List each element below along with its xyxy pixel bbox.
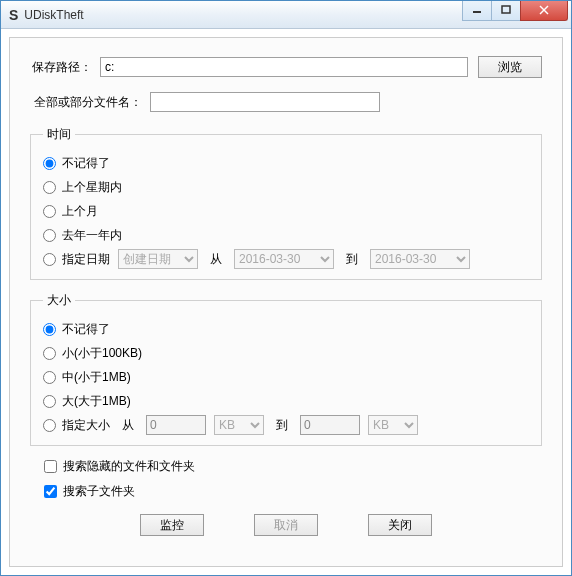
search-sub-label: 搜索子文件夹	[63, 483, 135, 500]
time-radio-lastyear[interactable]: 去年一年内	[43, 223, 529, 247]
size-radio-specify[interactable]: 指定大小 从 KB 到 KB	[43, 413, 529, 437]
time-to-label: 到	[346, 251, 358, 268]
time-radio-dontremember-input[interactable]	[43, 157, 56, 170]
time-radio-lastweek-label: 上个星期内	[62, 179, 122, 196]
cancel-button[interactable]: 取消	[254, 514, 318, 536]
save-path-label: 保存路径：	[30, 59, 100, 76]
browse-button[interactable]: 浏览	[478, 56, 542, 78]
time-radio-lastmonth-input[interactable]	[43, 205, 56, 218]
time-radio-specify-input[interactable]	[43, 253, 56, 266]
filename-label: 全部或部分文件名：	[30, 94, 150, 111]
date-type-select[interactable]: 创建日期	[118, 249, 198, 269]
titlebar: S UDiskTheft	[1, 1, 571, 29]
size-radio-large-label: 大(大于1MB)	[62, 393, 131, 410]
monitor-button[interactable]: 监控	[140, 514, 204, 536]
size-radio-small-input[interactable]	[43, 347, 56, 360]
window-controls	[463, 1, 568, 21]
action-row: 监控 取消 关闭	[30, 514, 542, 536]
size-radio-specify-input[interactable]	[43, 419, 56, 432]
save-path-row: 保存路径： 浏览	[30, 56, 542, 78]
time-from-label: 从	[210, 251, 222, 268]
time-radio-dontremember-label: 不记得了	[62, 155, 110, 172]
close-button[interactable]	[520, 1, 568, 21]
time-radio-lastmonth[interactable]: 上个月	[43, 199, 529, 223]
size-to-input[interactable]	[300, 415, 360, 435]
size-radio-small[interactable]: 小(小于100KB)	[43, 341, 529, 365]
app-window: S UDiskTheft 保存路径： 浏览 全部或部分文件名： 时间 不记得了	[0, 0, 572, 576]
date-to-select[interactable]: 2016-03-30	[370, 249, 470, 269]
time-radio-lastyear-label: 去年一年内	[62, 227, 122, 244]
size-radio-medium[interactable]: 中(小于1MB)	[43, 365, 529, 389]
size-radio-large-input[interactable]	[43, 395, 56, 408]
minimize-button[interactable]	[462, 1, 492, 21]
time-legend: 时间	[43, 126, 75, 143]
size-to-unit[interactable]: KB	[368, 415, 418, 435]
time-radio-lastweek[interactable]: 上个星期内	[43, 175, 529, 199]
time-radio-specify-label: 指定日期	[62, 251, 110, 268]
size-radio-dontremember[interactable]: 不记得了	[43, 317, 529, 341]
size-from-unit[interactable]: KB	[214, 415, 264, 435]
app-icon: S	[9, 7, 18, 23]
time-group: 时间 不记得了 上个星期内 上个月 去年一年内 指定日期 创建日期	[30, 126, 542, 280]
size-radio-dontremember-label: 不记得了	[62, 321, 110, 338]
filename-row: 全部或部分文件名：	[30, 92, 542, 112]
size-radio-medium-label: 中(小于1MB)	[62, 369, 131, 386]
time-radio-lastyear-input[interactable]	[43, 229, 56, 242]
close-action-button[interactable]: 关闭	[368, 514, 432, 536]
size-from-label: 从	[122, 417, 134, 434]
search-hidden-label: 搜索隐藏的文件和文件夹	[63, 458, 195, 475]
filename-input[interactable]	[150, 92, 380, 112]
search-hidden-checkbox[interactable]	[44, 460, 57, 473]
size-radio-specify-label: 指定大小	[62, 417, 110, 434]
time-radio-lastmonth-label: 上个月	[62, 203, 98, 220]
size-radio-dontremember-input[interactable]	[43, 323, 56, 336]
size-radio-small-label: 小(小于100KB)	[62, 345, 142, 362]
date-from-select[interactable]: 2016-03-30	[234, 249, 334, 269]
size-legend: 大小	[43, 292, 75, 309]
maximize-button[interactable]	[491, 1, 521, 21]
search-sub-row[interactable]: 搜索子文件夹	[44, 483, 542, 500]
size-radio-large[interactable]: 大(大于1MB)	[43, 389, 529, 413]
svg-rect-1	[502, 6, 510, 13]
size-group: 大小 不记得了 小(小于100KB) 中(小于1MB) 大(大于1MB) 指定大…	[30, 292, 542, 446]
time-specify-controls: 创建日期 从 2016-03-30 到 2016-03-30	[118, 249, 470, 269]
size-to-label: 到	[276, 417, 288, 434]
size-specify-controls: 从 KB 到 KB	[118, 415, 418, 435]
time-radio-specify[interactable]: 指定日期 创建日期 从 2016-03-30 到 2016-03-30	[43, 247, 529, 271]
save-path-input[interactable]	[100, 57, 468, 77]
search-hidden-row[interactable]: 搜索隐藏的文件和文件夹	[44, 458, 542, 475]
content-panel: 保存路径： 浏览 全部或部分文件名： 时间 不记得了 上个星期内 上个月	[9, 37, 563, 567]
search-sub-checkbox[interactable]	[44, 485, 57, 498]
time-radio-dontremember[interactable]: 不记得了	[43, 151, 529, 175]
time-radio-lastweek-input[interactable]	[43, 181, 56, 194]
size-from-input[interactable]	[146, 415, 206, 435]
size-radio-medium-input[interactable]	[43, 371, 56, 384]
window-title: UDiskTheft	[24, 8, 463, 22]
